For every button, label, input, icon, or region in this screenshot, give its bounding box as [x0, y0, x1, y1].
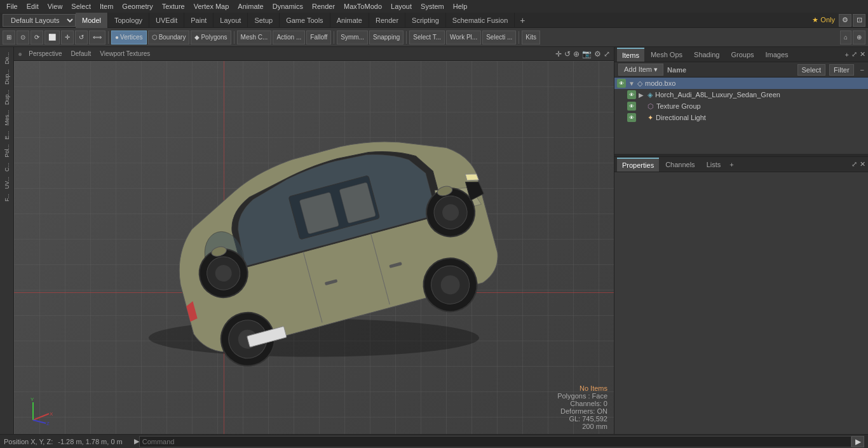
panel-tab-images[interactable]: Images	[761, 48, 794, 62]
toolbar-work-pl-btn[interactable]: Work Pl...	[446, 31, 481, 44]
toolbar-polygons-btn[interactable]: ◆ Polygons	[191, 31, 231, 44]
vp-rotate-icon[interactable]: ↺	[564, 50, 571, 58]
item-expand-modo-bxo[interactable]: ▼	[628, 80, 635, 87]
left-tab-pol[interactable]: Pol...	[3, 142, 11, 160]
layout-tab-topology[interactable]: Topology	[108, 13, 149, 28]
toolbar-symm-btn[interactable]: Symm...	[337, 31, 368, 44]
left-tab-c[interactable]: C...	[3, 160, 11, 174]
item-row-modo-bxo[interactable]: 👁 ▼ ◇ modo.bxo	[614, 78, 868, 89]
layout-tab-animate[interactable]: Animate	[330, 13, 369, 28]
add-item-button[interactable]: Add Item ▾	[618, 64, 663, 76]
star-only[interactable]: ★ Only	[812, 16, 839, 24]
toolbar-home-btn[interactable]: ⌂	[840, 31, 851, 44]
toolbar-boundary-btn[interactable]: ⬡ Boundary	[148, 31, 190, 44]
panel-tab-mesh-ops[interactable]: Mesh Ops	[646, 48, 688, 62]
left-tab-dup[interactable]: Dup...	[3, 67, 11, 87]
props-tab-channels[interactable]: Channels	[660, 158, 700, 172]
item-eye-modo-bxo[interactable]: 👁	[617, 79, 626, 88]
menu-render[interactable]: Render	[308, 1, 339, 11]
layout-tab-model[interactable]: Model	[76, 13, 108, 28]
toolbar-select-btn[interactable]: ⊞	[3, 31, 15, 44]
toolbar-rotate-btn[interactable]: ↺	[75, 31, 88, 44]
item-eye-directional-light[interactable]: 👁	[627, 113, 636, 122]
toolbar-snapping-btn[interactable]: Snapping	[369, 31, 403, 44]
menu-maxtomodo[interactable]: MaxToModo	[340, 1, 386, 11]
viewport[interactable]: ● Perspective Default Viewport Textures …	[14, 47, 614, 434]
menu-texture[interactable]: Texture	[158, 1, 189, 11]
toolbar-vertices-btn[interactable]: ● Vertices	[111, 31, 147, 44]
command-input[interactable]	[139, 436, 851, 447]
toolbar-selecti-btn[interactable]: Selecti ...	[482, 31, 516, 44]
vp-textures-btn[interactable]: Viewport Textures	[97, 50, 153, 58]
vp-shading-btn[interactable]: Default	[69, 50, 94, 58]
menu-dynamics[interactable]: Dynamics	[269, 1, 307, 11]
menu-item[interactable]: Item	[96, 1, 117, 11]
menu-vertex-map[interactable]: Vertex Map	[190, 1, 233, 11]
item-eye-texture-group[interactable]: 👁	[627, 102, 636, 111]
items-select-button[interactable]: Select	[797, 64, 826, 76]
command-go-button[interactable]: ▶	[851, 436, 864, 447]
item-row-audi[interactable]: 👁 ▶ ◈ Horch_Audi_A8L_Luxury_Sedan_Green	[614, 89, 868, 100]
panel-tab-groups[interactable]: Groups	[726, 48, 759, 62]
layout-dropdown[interactable]: Default Layouts	[3, 14, 76, 27]
layout-tab-schematic[interactable]: Schematic Fusion	[446, 13, 515, 28]
items-filter-button[interactable]: Filter	[829, 64, 853, 76]
menu-select[interactable]: Select	[67, 1, 95, 11]
layout-settings-icon[interactable]: ⚙	[839, 14, 851, 27]
panel-expand-icon[interactable]: ⤢	[851, 50, 857, 58]
toolbar-kits-btn[interactable]: Kits	[522, 31, 540, 44]
vp-zoom-icon[interactable]: ⊕	[573, 50, 580, 58]
item-expand-audi[interactable]: ▶	[639, 92, 645, 98]
panel-tab-items[interactable]: Items	[617, 48, 644, 62]
toolbar-lasso-btn[interactable]: ⟳	[31, 31, 43, 44]
toolbar-scale-btn[interactable]: ⟺	[89, 31, 105, 44]
vp-camera-btn[interactable]: Perspective	[26, 50, 64, 58]
toolbar-move-btn[interactable]: ✛	[61, 31, 74, 44]
vp-move-icon[interactable]: ✛	[555, 50, 562, 58]
layout-tab-add[interactable]: +	[515, 13, 530, 27]
props-tab-properties[interactable]: Properties	[617, 158, 659, 172]
left-tab-e[interactable]: E...	[3, 128, 11, 142]
toolbar-action-btn[interactable]: Action ...	[273, 31, 305, 44]
layout-tab-game-tools[interactable]: Game Tools	[280, 13, 330, 28]
props-tab-add[interactable]: +	[729, 161, 733, 168]
left-tab-dup2[interactable]: Dup...	[3, 87, 11, 107]
left-tab-mes[interactable]: Mes...	[3, 107, 11, 128]
vp-fullscreen-icon[interactable]: ⤢	[604, 50, 610, 58]
menu-system[interactable]: System	[417, 1, 448, 11]
props-expand-icon[interactable]: ⤢	[851, 160, 857, 168]
items-minus-btn[interactable]: −	[860, 66, 864, 74]
item-row-texture-group[interactable]: 👁 ⬡ Texture Group	[614, 100, 868, 112]
layout-tab-scripting[interactable]: Scripting	[405, 13, 446, 28]
panel-close-icon[interactable]: ✕	[860, 50, 865, 58]
menu-file[interactable]: File	[3, 1, 22, 11]
vp-settings-icon[interactable]: ⚙	[594, 50, 601, 58]
vp-camera-icon[interactable]: 📷	[582, 50, 592, 58]
toolbar-globe-btn[interactable]: ⊕	[853, 31, 865, 44]
toolbar-circle-btn[interactable]: ⊙	[17, 31, 29, 44]
car-area[interactable]: X Y Z No Items Polygons : Face Channels:…	[14, 61, 614, 434]
left-tab-de[interactable]: De...	[3, 50, 11, 67]
layout-tab-uvedit[interactable]: UVEdit	[149, 13, 184, 28]
menu-animate[interactable]: Animate	[234, 1, 267, 11]
props-tab-lists[interactable]: Lists	[702, 158, 726, 172]
item-row-directional-light[interactable]: 👁 ✦ Directional Light	[614, 112, 868, 123]
menu-geometry[interactable]: Geometry	[118, 1, 156, 11]
layout-tab-render[interactable]: Render	[369, 13, 405, 28]
props-close-icon[interactable]: ✕	[860, 160, 865, 168]
item-eye-audi[interactable]: 👁	[627, 90, 636, 99]
panel-tab-shading[interactable]: Shading	[689, 48, 724, 62]
layout-tab-layout[interactable]: Layout	[214, 13, 248, 28]
toolbar-select-tu-btn[interactable]: Select T...	[409, 31, 445, 44]
toolbar-falloff-btn[interactable]: Falloff	[306, 31, 331, 44]
left-tab-uv[interactable]: UV...	[3, 174, 11, 191]
menu-help[interactable]: Help	[449, 1, 471, 11]
panel-add-icon[interactable]: +	[845, 51, 849, 58]
toolbar-rect-btn[interactable]: ⬜	[44, 31, 60, 44]
left-tab-f[interactable]: F...	[3, 191, 11, 204]
toolbar-mesh-btn[interactable]: Mesh C...	[237, 31, 272, 44]
menu-view[interactable]: View	[44, 1, 67, 11]
layout-expand-icon[interactable]: ⊡	[853, 14, 865, 27]
menu-layout[interactable]: Layout	[387, 1, 416, 11]
layout-tab-paint[interactable]: Paint	[184, 13, 214, 28]
